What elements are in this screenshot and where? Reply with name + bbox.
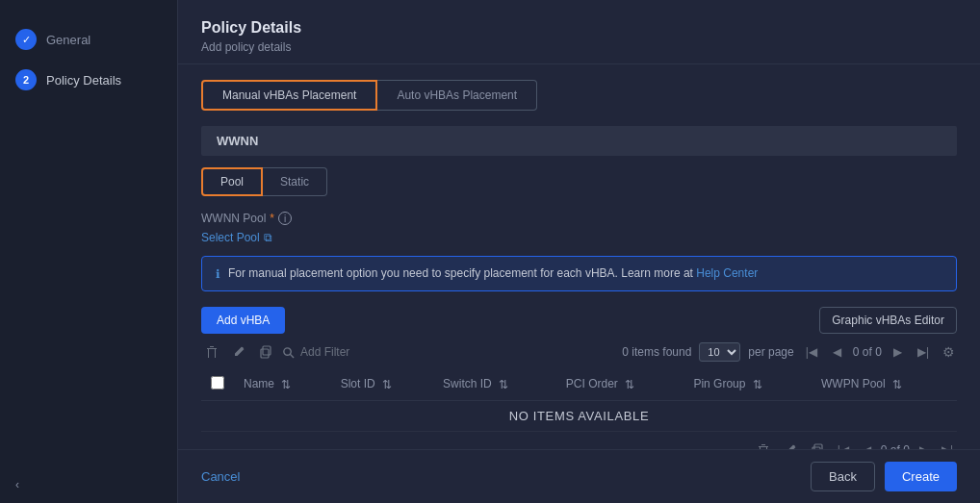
info-banner-icon: ℹ <box>216 267 220 281</box>
switch-id-column-header: Switch ID ⇅ <box>433 368 556 401</box>
page-header: Policy Details Add policy details <box>178 0 980 64</box>
footer-actions: Back Create <box>811 462 957 491</box>
manual-placement-tab[interactable]: Manual vHBAs Placement <box>201 80 377 111</box>
trash-icon <box>205 345 219 359</box>
settings-icon-button[interactable]: ⚙ <box>941 342 957 362</box>
placement-tabs: Manual vHBAs Placement Auto vHBAs Placem… <box>201 80 957 111</box>
select-all-checkbox[interactable] <box>211 376 224 390</box>
last-page-button[interactable]: ▶| <box>914 343 933 361</box>
bottom-first-page-button[interactable]: |◀ <box>834 441 853 449</box>
collapse-arrow-icon: ‹ <box>15 478 19 491</box>
table-toolbar: Add vHBA Graphic vHBAs Editor <box>201 307 957 334</box>
switch-sort-icon: ⇅ <box>499 378 508 391</box>
svg-rect-1 <box>263 346 271 355</box>
per-page-select[interactable]: 10 25 50 <box>699 342 740 362</box>
copy-icon-button[interactable] <box>255 341 276 363</box>
wwpn-pool-column-header: WWPN Pool ⇅ <box>812 368 957 401</box>
search-icon <box>282 346 295 359</box>
slot-id-column-header: Slot ID ⇅ <box>331 368 433 401</box>
back-button[interactable]: Back <box>811 462 875 491</box>
pagination-label: 0 of 0 <box>853 345 882 359</box>
policy-details-step-icon: 2 <box>15 69 37 90</box>
next-page-button[interactable]: ▶ <box>890 343 906 361</box>
page-footer: Cancel Back Create <box>178 449 980 503</box>
copy-icon <box>259 345 272 359</box>
bottom-edit-icon-button[interactable] <box>780 440 801 449</box>
no-items-row: NO ITEMS AVAILABLE <box>201 401 957 432</box>
add-vhba-button[interactable]: Add vHBA <box>201 307 285 334</box>
cancel-button[interactable]: Cancel <box>201 469 240 484</box>
toolbar-left: Add vHBA <box>201 307 285 334</box>
filter-area: Add Filter <box>282 345 349 359</box>
select-pool-label: Select Pool <box>201 231 260 244</box>
no-items-message: NO ITEMS AVAILABLE <box>201 401 957 432</box>
data-table: Name ⇅ Slot ID ⇅ Switch ID ⇅ PCI Order ⇅ <box>201 368 957 432</box>
page-subtitle: Add policy details <box>201 40 957 54</box>
select-all-column <box>201 368 234 401</box>
bottom-next-page-button[interactable]: ▶ <box>916 441 932 449</box>
pci-sort-icon: ⇅ <box>625 378 634 391</box>
bottom-pagination: |◀ ◀ 0 of 0 ▶ ▶| <box>201 432 957 449</box>
graphic-editor-button[interactable]: Graphic vHBAs Editor <box>819 307 957 334</box>
wwnn-pool-label-text: WWNN Pool <box>201 212 266 225</box>
sidebar-item-policy-label: Policy Details <box>46 73 121 88</box>
prev-page-button[interactable]: ◀ <box>829 343 845 361</box>
per-page-label: per page <box>748 345 793 359</box>
wwpn-sort-icon: ⇅ <box>892 378 902 391</box>
bottom-controls-left <box>753 440 828 449</box>
svg-point-2 <box>284 347 291 354</box>
name-column-header: Name ⇅ <box>234 368 331 401</box>
name-sort-icon: ⇅ <box>281 378 291 391</box>
pool-tab[interactable]: Pool <box>201 167 263 196</box>
controls-right: 0 items found 10 25 50 per page |◀ ◀ 0 o… <box>622 342 957 362</box>
bottom-delete-icon-button[interactable] <box>753 440 774 449</box>
select-pool-link[interactable]: Select Pool ⧉ <box>201 231 272 244</box>
info-banner-text: For manual placement option you need to … <box>228 266 758 280</box>
create-button[interactable]: Create <box>885 462 957 491</box>
general-step-icon: ✓ <box>15 29 37 50</box>
svg-rect-0 <box>261 349 269 358</box>
sidebar-item-general-label: General <box>46 33 90 47</box>
edit-icon-button[interactable] <box>228 341 249 363</box>
bottom-copy-icon-button[interactable] <box>807 440 828 449</box>
required-marker: * <box>270 212 274 225</box>
bottom-last-page-button[interactable]: ▶| <box>938 441 957 449</box>
wwnn-sub-tabs: Pool Static <box>201 167 957 196</box>
info-icon: i <box>278 212 292 225</box>
items-found-label: 0 items found <box>622 345 691 359</box>
sidebar-item-general[interactable]: ✓ General <box>0 19 177 60</box>
external-link-icon: ⧉ <box>264 231 272 244</box>
sidebar-item-policy-details[interactable]: 2 Policy Details <box>0 60 177 100</box>
svg-line-3 <box>290 354 294 358</box>
auto-placement-tab[interactable]: Auto vHBAs Placement <box>377 80 537 111</box>
wwnn-section-header: WWNN <box>201 126 957 156</box>
first-page-button[interactable]: |◀ <box>802 343 821 361</box>
pin-sort-icon: ⇅ <box>753 378 762 391</box>
info-banner: ℹ For manual placement option you need t… <box>201 256 957 291</box>
pool-section: WWNN Pool * i Select Pool ⧉ <box>201 212 957 244</box>
controls-left: Add Filter <box>201 341 349 363</box>
slot-sort-icon: ⇅ <box>382 378 392 391</box>
edit-icon <box>232 345 245 359</box>
sidebar: ✓ General 2 Policy Details ‹ <box>0 0 178 503</box>
table-controls: Add Filter 0 items found 10 25 50 per pa… <box>201 341 957 363</box>
delete-icon-button[interactable] <box>201 341 222 363</box>
static-tab[interactable]: Static <box>263 167 327 196</box>
pci-order-column-header: PCI Order ⇅ <box>556 368 684 401</box>
wwnn-pool-label: WWNN Pool * i <box>201 212 957 225</box>
pin-group-column-header: Pin Group ⇅ <box>683 368 812 401</box>
bottom-prev-page-button[interactable]: ◀ <box>859 441 875 449</box>
main-content: Policy Details Add policy details Manual… <box>178 0 980 503</box>
help-center-link[interactable]: Help Center <box>696 266 758 280</box>
content-area: Manual vHBAs Placement Auto vHBAs Placem… <box>178 64 980 449</box>
add-filter-label: Add Filter <box>300 345 349 359</box>
page-title: Policy Details <box>201 19 957 37</box>
sidebar-collapse-button[interactable]: ‹ <box>0 466 177 503</box>
